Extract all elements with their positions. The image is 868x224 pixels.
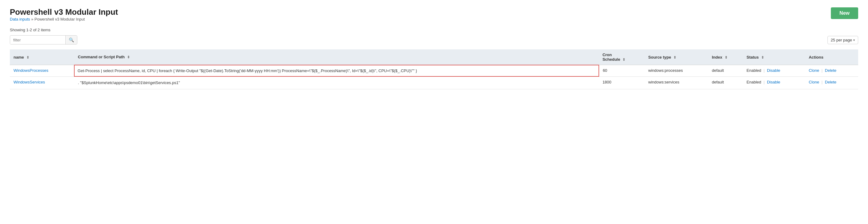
table-row: WindowsServices. "$SplunkHome\etc\apps\p…	[10, 76, 858, 89]
clone-link[interactable]: Clone	[809, 68, 819, 73]
table-header: name ⇕ Command or Script Path ⇕ Cron Sch…	[10, 50, 858, 65]
breadcrumb-separator: »	[30, 17, 34, 22]
col-index-label: Index	[712, 55, 722, 60]
disable-link[interactable]: Disable	[767, 80, 780, 85]
sort-icon-cron: ⇕	[622, 58, 625, 62]
page-header: Powershell v3 Modular Input Data inputs …	[10, 7, 858, 26]
sort-icon-index: ⇕	[725, 56, 727, 60]
cell-cron: 1800	[599, 76, 645, 89]
search-button[interactable]: 🔍	[65, 36, 77, 44]
separator: |	[764, 80, 765, 85]
col-header-actions: Actions	[805, 50, 858, 65]
cell-name: WindowsProcesses	[10, 65, 74, 77]
disable-link[interactable]: Disable	[767, 68, 780, 73]
cell-actions: Clone | Delete	[805, 76, 858, 89]
filter-wrapper: 🔍	[10, 35, 78, 44]
title-area: Powershell v3 Modular Input Data inputs …	[10, 7, 118, 26]
col-status-label: Status	[746, 55, 759, 60]
clone-link[interactable]: Clone	[809, 80, 819, 85]
filter-input[interactable]	[10, 36, 65, 44]
col-cron-label: Cron	[602, 53, 612, 57]
breadcrumb: Data inputs » Powershell v3 Modular Inpu…	[10, 17, 118, 22]
delete-link[interactable]: Delete	[825, 80, 837, 85]
breadcrumb-current: Powershell v3 Modular Input	[34, 17, 85, 22]
delete-link[interactable]: Delete	[825, 68, 837, 73]
actions-separator: |	[820, 68, 824, 73]
actions-separator: |	[820, 80, 824, 85]
breadcrumb-parent-link[interactable]: Data inputs	[10, 17, 30, 22]
header-row: name ⇕ Command or Script Path ⇕ Cron Sch…	[10, 50, 858, 65]
col-name-label: name	[13, 55, 24, 60]
name-link[interactable]: WindowsProcesses	[13, 68, 48, 73]
col-actions-label: Actions	[809, 55, 824, 60]
cell-command: Get-Process | select ProcessName, id, CP…	[74, 65, 599, 77]
cell-status: Enabled | Disable	[743, 65, 805, 77]
toolbar: 🔍 25 per page ▾	[10, 35, 858, 44]
cell-cron: 60	[599, 65, 645, 77]
search-icon: 🔍	[69, 37, 74, 42]
sort-icon-name: ⇕	[26, 56, 29, 60]
col-sourcetype-label: Source type	[648, 55, 671, 60]
page-title: Powershell v3 Modular Input	[10, 7, 118, 17]
cell-name: WindowsServices	[10, 76, 74, 89]
col-command-label: Command or Script Path	[78, 55, 125, 59]
col-cron-sublabel: Schedule	[602, 57, 620, 62]
per-page-label: 25 per page	[831, 38, 852, 42]
separator: |	[764, 68, 765, 73]
cell-actions: Clone | Delete	[805, 65, 858, 77]
sort-icon-command: ⇕	[127, 55, 130, 59]
status-badge: Enabled	[746, 80, 761, 85]
new-button[interactable]: New	[831, 7, 858, 19]
chevron-down-icon: ▾	[853, 38, 855, 42]
table-body: WindowsProcessesGet-Process | select Pro…	[10, 65, 858, 89]
sort-icon-status: ⇕	[761, 56, 764, 60]
data-table: name ⇕ Command or Script Path ⇕ Cron Sch…	[10, 50, 858, 89]
cell-sourcetype: windows:processes	[645, 65, 708, 77]
cell-sourcetype: windows:services	[645, 76, 708, 89]
col-header-status[interactable]: Status ⇕	[743, 50, 805, 65]
showing-text: Showing 1-2 of 2 items	[10, 28, 858, 32]
col-header-command[interactable]: Command or Script Path ⇕	[74, 50, 599, 65]
cell-index: default	[708, 76, 743, 89]
cell-status: Enabled | Disable	[743, 76, 805, 89]
cell-index: default	[708, 65, 743, 77]
status-badge: Enabled	[746, 68, 761, 73]
col-header-name[interactable]: name ⇕	[10, 50, 74, 65]
cell-command: . "$SplunkHome\etc\apps\psdemo01\bin\get…	[74, 76, 599, 89]
col-header-index[interactable]: Index ⇕	[708, 50, 743, 65]
name-link[interactable]: WindowsServices	[13, 80, 45, 85]
col-header-sourcetype[interactable]: Source type ⇕	[645, 50, 708, 65]
table-row: WindowsProcessesGet-Process | select Pro…	[10, 65, 858, 77]
sort-icon-sourcetype: ⇕	[673, 56, 676, 60]
col-header-cron[interactable]: Cron Schedule ⇕	[599, 50, 645, 65]
per-page-selector[interactable]: 25 per page ▾	[828, 36, 858, 44]
